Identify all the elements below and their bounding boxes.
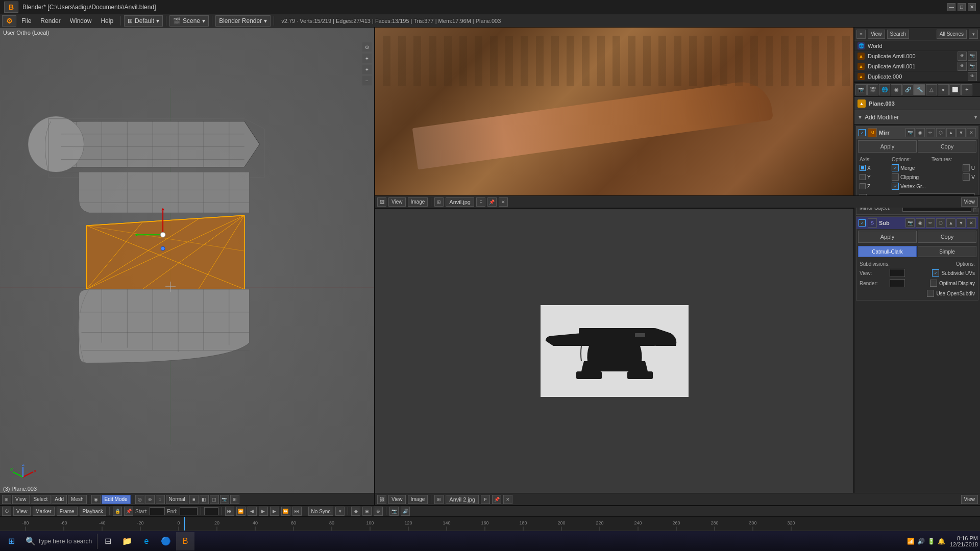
task-view-btn[interactable]: ⊟ <box>99 532 117 550</box>
tl-play-icon[interactable]: ▶ <box>259 507 268 516</box>
tl-type-icon[interactable]: ⏱ <box>2 507 11 516</box>
view-btn[interactable]: View <box>12 495 30 504</box>
simple-btn[interactable]: Simple <box>918 246 976 257</box>
view-val-input[interactable]: 3 <box>890 269 905 277</box>
img-bot-view-right-btn[interactable]: View <box>961 495 978 504</box>
window-menu[interactable]: Window <box>66 15 96 27</box>
tl-jump-start-icon[interactable]: ⏮ <box>225 507 234 516</box>
tl-sync-btn[interactable]: No Sync <box>308 507 334 516</box>
maximize-button[interactable]: □ <box>958 3 966 11</box>
constraint-props-icon[interactable]: 🔗 <box>902 84 914 95</box>
mirror-down-icon[interactable]: ▼ <box>957 128 966 137</box>
blender-menu-icon[interactable]: ⚙ <box>2 15 16 27</box>
img-top-pin-icon[interactable]: 📌 <box>487 197 497 207</box>
render-props-icon[interactable]: 📷 <box>855 84 867 95</box>
start-button[interactable]: ⊞ <box>2 532 20 550</box>
tl-frame-btn[interactable]: Frame <box>57 507 78 516</box>
img-top-x-icon[interactable]: ✕ <box>499 197 508 207</box>
dup1-render-icon[interactable]: 📷 <box>968 52 977 61</box>
layout-dropdown[interactable]: ⊞ Default ▾ <box>124 15 163 27</box>
add-btn[interactable]: Add <box>52 495 67 504</box>
sub-enabled-check[interactable] <box>859 219 866 227</box>
close-button[interactable]: ✕ <box>968 3 976 11</box>
tl-prev-frame-icon[interactable]: ◀ <box>248 507 257 516</box>
tl-frame-input[interactable]: 3 <box>204 507 218 515</box>
img-bot-pin-icon[interactable]: 📌 <box>492 495 501 504</box>
tl-jump-end-icon[interactable]: ⏭ <box>292 507 302 516</box>
dup3-vis-icon[interactable]: 👁 <box>968 72 977 81</box>
scene-item-world[interactable]: 🌐 World <box>854 41 980 51</box>
merge-check[interactable] <box>892 164 899 171</box>
img-top-type-icon[interactable]: 🖼 <box>377 197 386 207</box>
tl-sync-expand-icon[interactable]: ▾ <box>335 507 345 516</box>
blender-taskbar-btn[interactable]: B <box>176 532 194 550</box>
search-button[interactable]: 🔍 Type here to search <box>21 532 96 550</box>
outliner-expand-icon[interactable]: ▾ <box>969 30 978 39</box>
view-zoom-in-btn[interactable]: + <box>362 64 372 74</box>
sub-down-icon[interactable]: ▼ <box>957 218 966 228</box>
mirror-x-icon[interactable]: ✕ <box>967 128 976 137</box>
v-check[interactable] <box>963 173 970 181</box>
file-explorer-btn[interactable]: 📁 <box>118 532 136 550</box>
dup2-vis-icon[interactable]: 👁 <box>958 62 967 71</box>
material-props-icon[interactable]: ● <box>938 84 949 95</box>
tl-insert-icon[interactable]: ⊕ <box>374 507 383 516</box>
img-bot-view-btn[interactable]: View <box>388 495 406 504</box>
img-top-view-btn[interactable]: View <box>388 197 406 207</box>
view-zoom-out-btn[interactable]: − <box>362 76 372 86</box>
world-props-icon[interactable]: 🌐 <box>879 84 890 95</box>
tl-view-btn[interactable]: View <box>13 507 31 516</box>
render-menu[interactable]: Render <box>36 15 64 27</box>
texture-props-icon[interactable]: ⬜ <box>949 84 961 95</box>
tl-key-type-icon[interactable]: ◉ <box>362 507 372 516</box>
particles-props-icon[interactable]: ✦ <box>961 84 972 95</box>
chrome-btn[interactable]: 🔵 <box>157 532 175 550</box>
img-bot-type-icon[interactable]: 🖼 <box>377 495 386 504</box>
outliner-view-btn[interactable]: View <box>868 30 885 39</box>
scene-item-dup3[interactable]: ▲ Duplicate.000 👁 <box>854 71 980 82</box>
mesh-btn[interactable]: Mesh <box>68 495 86 504</box>
catmull-btn[interactable]: Catmull-Clark <box>858 246 917 257</box>
sub-apply-btn[interactable]: Apply <box>858 231 917 243</box>
img-top-view-right-btn[interactable]: View <box>961 197 978 207</box>
tl-next-frame-icon[interactable]: ▶ <box>270 507 279 516</box>
img-bot-image-btn[interactable]: Image <box>408 495 428 504</box>
edit-mode-btn[interactable]: Edit Mode <box>102 495 131 504</box>
volume-icon[interactable]: 🔊 <box>917 537 925 545</box>
img-bot-x-icon[interactable]: ✕ <box>503 495 512 504</box>
add-modifier-btn[interactable]: ▼ Add Modifier ▾ <box>854 110 980 124</box>
tl-next-key-icon[interactable]: ⏩ <box>281 507 290 516</box>
u-check[interactable] <box>963 164 970 171</box>
object-props-icon[interactable]: ◉ <box>891 84 902 95</box>
scene-props-icon[interactable]: 🎬 <box>867 84 878 95</box>
select-btn[interactable]: Select <box>31 495 51 504</box>
axis-y-check[interactable] <box>860 174 866 180</box>
modifier-props-icon[interactable]: 🔧 <box>914 84 925 95</box>
grid-icon[interactable]: ⊞ <box>230 495 239 504</box>
shading-type-icon[interactable]: ■ <box>189 495 199 504</box>
tl-prev-key-icon[interactable]: ⏪ <box>236 507 246 516</box>
tl-lock-icon[interactable]: 🔒 <box>113 507 122 516</box>
clipping-check[interactable] <box>892 173 899 181</box>
sub-x-icon[interactable]: ✕ <box>967 218 976 228</box>
sub-render-icon[interactable]: ◉ <box>916 218 925 228</box>
axis-x-check[interactable] <box>860 165 866 171</box>
tl-marker-btn[interactable]: Marker <box>33 507 55 516</box>
sub-cage-icon[interactable]: ⬡ <box>936 218 945 228</box>
dup2-render-icon[interactable]: 📷 <box>968 62 977 71</box>
subdivide-uvs-check[interactable] <box>932 269 939 277</box>
view-perspective-btn[interactable]: ⊙ <box>362 42 372 52</box>
mirror-camera-icon[interactable]: 📷 <box>905 128 915 137</box>
shading-btn[interactable]: Normal <box>166 495 188 504</box>
battery-icon[interactable]: 🔋 <box>927 537 936 545</box>
mirror-edit-icon[interactable]: ✏ <box>926 128 935 137</box>
render-val-input[interactable]: 2 <box>890 279 905 287</box>
viewport-3d[interactable]: User Ortho (Local) ⊙ + + − X Y Z (3) Pla… <box>0 28 375 505</box>
outliner-search-btn[interactable]: Search <box>887 30 910 39</box>
tl-playback-btn[interactable]: Playback <box>80 507 107 516</box>
clock-display[interactable]: 8:16 PM 12/21/2018 <box>950 535 978 547</box>
optimal-display-check[interactable] <box>930 280 937 287</box>
img-bot-browse-icon[interactable]: ⊞ <box>434 495 444 504</box>
data-props-icon[interactable]: △ <box>926 84 937 95</box>
tl-start-input[interactable]: 1 <box>150 507 165 515</box>
